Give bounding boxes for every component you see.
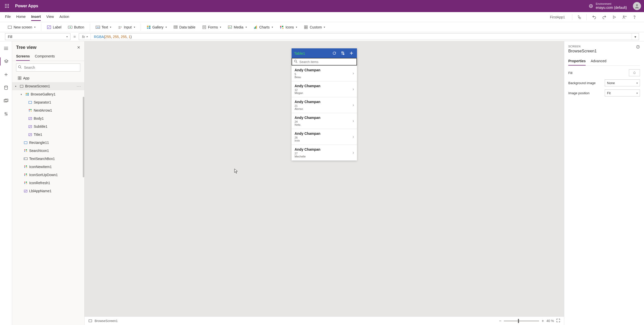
panel-help-icon[interactable] — [636, 45, 640, 50]
tab-advanced[interactable]: Advanced — [591, 57, 606, 66]
more-options-icon[interactable]: ··· — [77, 84, 81, 88]
add-icon[interactable] — [348, 50, 354, 56]
chevron-right-icon[interactable]: › — [353, 150, 354, 155]
user-avatar[interactable] — [633, 2, 641, 10]
tree-search-input[interactable] — [16, 63, 80, 72]
gallery-item[interactable]: Andy Champan 21 Alonso › — [292, 97, 357, 113]
tree-node-textsearchbox[interactable]: TextSearchBox1 — [12, 155, 84, 163]
refresh-icon[interactable] — [331, 50, 337, 56]
tree-node-nextarrow[interactable]: NextArrow1 — [12, 106, 84, 114]
label-node-icon — [24, 189, 28, 193]
icons-dropdown[interactable]: Icons ▾ — [277, 24, 300, 30]
tree-node-title[interactable]: Title1 — [12, 131, 84, 139]
custom-dropdown[interactable]: Custom ▾ — [301, 24, 328, 30]
share-icon[interactable] — [620, 13, 629, 22]
tab-components[interactable]: Components — [35, 52, 55, 61]
fit-to-window-icon[interactable] — [556, 319, 560, 323]
tree-node-iconsort[interactable]: IconSortUpDown1 — [12, 171, 84, 179]
gallery-item[interactable]: Andy Champan 12 Megan › — [292, 81, 357, 97]
redo-icon[interactable] — [600, 13, 609, 22]
tree-node-subtitle[interactable]: Subtitle1 — [12, 122, 84, 131]
gallery-item[interactable]: Andy Champan 5 Beau › — [292, 66, 357, 81]
screen-icon — [89, 319, 92, 322]
data-table-button[interactable]: Data table — [171, 24, 198, 30]
tab-screens[interactable]: Screens — [16, 52, 30, 61]
tab-properties[interactable]: Properties — [568, 57, 586, 66]
svg-rect-72 — [18, 77, 19, 78]
label-button[interactable]: Label — [44, 24, 64, 30]
gallery-item[interactable]: Andy Champan 24 Neta › — [292, 113, 357, 129]
chevron-right-icon[interactable]: › — [353, 135, 354, 139]
scrollbar-thumb[interactable] — [83, 97, 84, 177]
chevron-right-icon[interactable]: › — [353, 103, 354, 107]
app-launcher-icon[interactable] — [3, 2, 11, 10]
menu-file[interactable]: File — [5, 13, 11, 21]
input-dropdown[interactable]: Input ▾ — [115, 24, 137, 30]
element-name[interactable]: BrowseScreen1 — [568, 49, 640, 53]
image-position-dropdown[interactable]: Fit ▾ — [605, 89, 640, 96]
chevron-right-icon[interactable]: › — [353, 71, 354, 76]
menu-view[interactable]: View — [46, 13, 54, 21]
fx-button[interactable]: fx ▾ — [79, 34, 91, 40]
media-dropdown[interactable]: Media ▾ — [225, 24, 249, 30]
text-dropdown[interactable]: Abc Text ▾ — [93, 24, 114, 30]
tree-view-title: Tree view — [16, 45, 36, 50]
property-dropdown[interactable]: Fill ▾ — [5, 33, 70, 40]
tree-node-body[interactable]: Body1 — [12, 114, 84, 122]
bg-image-dropdown[interactable]: None ▾ — [605, 79, 640, 86]
close-panel-icon[interactable]: ✕ — [77, 45, 80, 50]
button-button[interactable]: Button — [65, 24, 87, 30]
tree-node-searchicon[interactable]: SearchIcon1 — [12, 147, 84, 155]
help-icon[interactable] — [630, 13, 639, 22]
app-name-label[interactable]: FirstApp1 — [550, 15, 565, 19]
canvas-stage[interactable]: Table1 Andy Champan 5 Beau — [85, 41, 564, 316]
tree-node-iconnewitem[interactable]: IconNewItem1 — [12, 163, 84, 171]
preview-app-title[interactable]: Table1 — [294, 51, 329, 55]
app-checker-icon[interactable] — [574, 13, 583, 22]
zoom-slider-thumb[interactable] — [518, 319, 519, 323]
play-icon[interactable] — [610, 13, 619, 22]
advanced-tools-icon[interactable] — [2, 110, 10, 118]
new-screen-button[interactable]: New screen ▾ — [5, 24, 38, 30]
tree-node-iconrefresh[interactable]: IconRefresh1 — [12, 179, 84, 187]
expand-formula-icon[interactable]: ▾ — [632, 34, 639, 40]
svg-marker-108 — [24, 175, 25, 176]
gallery-item[interactable]: Andy Champan 26 Irvin › — [292, 129, 357, 145]
chevron-right-icon[interactable]: › — [353, 87, 354, 91]
svg-point-126 — [638, 48, 638, 48]
tree-node-app[interactable]: App — [12, 74, 84, 82]
tree-node-lblappname[interactable]: LblAppName1 — [12, 187, 84, 195]
tree-node-rectangle[interactable]: Rectangle11 — [12, 139, 84, 147]
screen-preview[interactable]: Table1 Andy Champan 5 Beau — [292, 48, 357, 160]
fill-color-picker[interactable] — [629, 69, 640, 76]
charts-dropdown[interactable]: Charts ▾ — [251, 24, 275, 30]
footer-screen-name[interactable]: BrowseScreen1 — [95, 319, 118, 323]
undo-icon[interactable] — [590, 13, 599, 22]
collapse-icon[interactable]: ▾ — [15, 85, 18, 88]
forms-dropdown[interactable]: Forms ▾ — [199, 24, 224, 30]
environment-selector[interactable]: Environment enayu.com (default) — [589, 2, 627, 10]
tree-node-browsescreen[interactable]: ▾ BrowseScreen1 ··· — [12, 82, 84, 90]
menu-insert[interactable]: Insert — [31, 13, 41, 21]
media-rail-icon[interactable] — [2, 97, 10, 105]
chevron-right-icon[interactable]: › — [353, 119, 354, 123]
hamburger-icon[interactable] — [2, 44, 10, 52]
collapse-icon[interactable]: ▾ — [21, 93, 24, 96]
gallery-item[interactable]: Andy Champan 27 Mechelle › — [292, 145, 357, 160]
svg-rect-40 — [203, 26, 206, 29]
menu-home[interactable]: Home — [16, 13, 26, 21]
tree-node-separator[interactable]: Separator1 — [12, 98, 84, 106]
zoom-in-button[interactable]: + — [542, 319, 544, 323]
zoom-slider[interactable] — [504, 320, 539, 321]
formula-input[interactable]: RGBA(255, 255, 255, 1) — [91, 35, 632, 39]
gallery-dropdown[interactable]: Gallery ▾ — [144, 24, 169, 30]
tree-node-browsegallery[interactable]: ▾ BrowseGallery1 — [12, 90, 84, 98]
data-rail-icon[interactable] — [2, 84, 10, 92]
preview-search-input[interactable] — [299, 60, 354, 64]
sort-icon[interactable] — [340, 50, 346, 56]
preview-search[interactable] — [292, 58, 357, 66]
zoom-out-button[interactable]: − — [499, 319, 501, 323]
tree-view-icon[interactable] — [0, 57, 12, 66]
menu-action[interactable]: Action — [59, 13, 69, 21]
insert-rail-icon[interactable] — [2, 71, 10, 79]
